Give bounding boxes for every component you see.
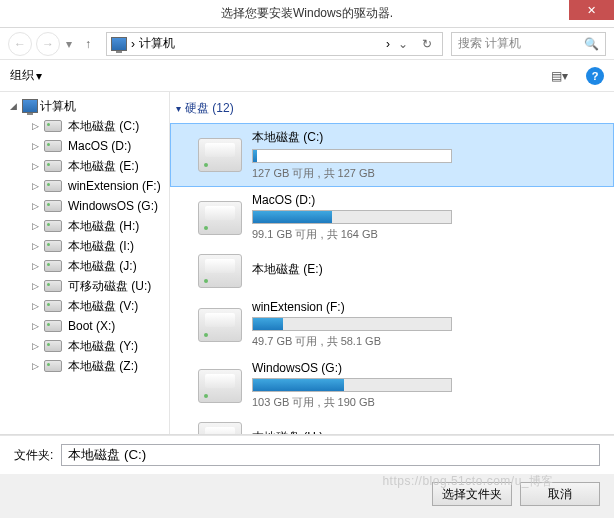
- drive-icon: [198, 369, 242, 403]
- window-title: 选择您要安装Windows的驱动器.: [221, 5, 393, 22]
- expand-icon[interactable]: ▷: [32, 141, 42, 151]
- drive-detail: 49.7 GB 可用 , 共 58.1 GB: [252, 334, 606, 349]
- search-placeholder: 搜索 计算机: [458, 35, 521, 52]
- address-dropdown-icon[interactable]: ⌄: [394, 37, 412, 51]
- expand-icon[interactable]: ▷: [32, 361, 42, 371]
- title-bar: 选择您要安装Windows的驱动器. ✕: [0, 0, 614, 28]
- expand-icon[interactable]: ▷: [32, 241, 42, 251]
- drive-name: winExtension (F:): [252, 300, 606, 314]
- content-pane: ▾ 硬盘 (12) 本地磁盘 (C:)127 GB 可用 , 共 127 GBM…: [170, 92, 614, 460]
- drive-icon: [198, 254, 242, 288]
- capacity-bar: [252, 317, 452, 331]
- drive-name: MacOS (D:): [252, 193, 606, 207]
- drive-icon: [44, 140, 62, 152]
- tree-root-computer[interactable]: ◢ 计算机: [0, 96, 169, 116]
- drive-name: WindowsOS (G:): [252, 361, 606, 375]
- drive-row[interactable]: WindowsOS (G:)103 GB 可用 , 共 190 GB: [170, 355, 614, 416]
- drive-icon: [44, 160, 62, 172]
- tree-item[interactable]: ▷本地磁盘 (Z:): [0, 356, 169, 376]
- expand-icon[interactable]: ▷: [32, 341, 42, 351]
- expand-icon[interactable]: ▷: [32, 181, 42, 191]
- drive-icon: [198, 308, 242, 342]
- help-button[interactable]: ?: [586, 67, 604, 85]
- search-input[interactable]: 搜索 计算机 🔍: [451, 32, 606, 56]
- section-title: 硬盘 (12): [185, 100, 234, 117]
- view-button[interactable]: ▤▾: [544, 65, 574, 87]
- drive-icon: [44, 320, 62, 332]
- search-icon: 🔍: [584, 37, 599, 51]
- address-bar[interactable]: › 计算机 › ⌄ ↻: [106, 32, 443, 56]
- select-folder-button[interactable]: 选择文件夹: [432, 482, 512, 506]
- address-text: 计算机: [139, 35, 382, 52]
- collapse-icon[interactable]: ▾: [176, 103, 181, 114]
- tree-label: 本地磁盘 (I:): [68, 238, 134, 255]
- capacity-bar: [252, 149, 452, 163]
- drive-icon: [44, 180, 62, 192]
- toolbar: 组织 ▾ ▤▾ ?: [0, 60, 614, 92]
- up-button[interactable]: ↑: [78, 34, 98, 54]
- drive-detail: 103 GB 可用 , 共 190 GB: [252, 395, 606, 410]
- tree-item[interactable]: ▷本地磁盘 (C:): [0, 116, 169, 136]
- tree-label: 本地磁盘 (V:): [68, 298, 138, 315]
- close-button[interactable]: ✕: [569, 0, 614, 20]
- drive-icon: [44, 120, 62, 132]
- folder-label: 文件夹:: [14, 447, 53, 464]
- tree-label: 本地磁盘 (J:): [68, 258, 137, 275]
- tree-item[interactable]: ▷WindowsOS (G:): [0, 196, 169, 216]
- drive-row[interactable]: 本地磁盘 (C:)127 GB 可用 , 共 127 GB: [170, 123, 614, 187]
- back-button[interactable]: ←: [8, 32, 32, 56]
- drive-icon: [44, 220, 62, 232]
- drive-icon: [44, 360, 62, 372]
- tree-item[interactable]: ▷本地磁盘 (I:): [0, 236, 169, 256]
- tree-item[interactable]: ▷winExtension (F:): [0, 176, 169, 196]
- cancel-button[interactable]: 取消: [520, 482, 600, 506]
- organize-button[interactable]: 组织 ▾: [10, 67, 42, 84]
- tree-label: WindowsOS (G:): [68, 199, 158, 213]
- tree-label: Boot (X:): [68, 319, 115, 333]
- drive-detail: 99.1 GB 可用 , 共 164 GB: [252, 227, 606, 242]
- drive-detail: 127 GB 可用 , 共 127 GB: [252, 166, 606, 181]
- tree-item[interactable]: ▷本地磁盘 (V:): [0, 296, 169, 316]
- forward-button[interactable]: →: [36, 32, 60, 56]
- drive-row[interactable]: MacOS (D:)99.1 GB 可用 , 共 164 GB: [170, 187, 614, 248]
- drive-icon: [44, 280, 62, 292]
- expand-icon[interactable]: ▷: [32, 281, 42, 291]
- tree-item[interactable]: ▷本地磁盘 (J:): [0, 256, 169, 276]
- expand-icon[interactable]: ▷: [32, 121, 42, 131]
- tree-item[interactable]: ▷本地磁盘 (Y:): [0, 336, 169, 356]
- caret-down-icon: ▾: [36, 69, 42, 83]
- tree-label: 本地磁盘 (Z:): [68, 358, 138, 375]
- folder-input[interactable]: [61, 444, 600, 466]
- tree-item[interactable]: ▷MacOS (D:): [0, 136, 169, 156]
- expand-icon[interactable]: ▷: [32, 301, 42, 311]
- refresh-button[interactable]: ↻: [416, 37, 438, 51]
- history-dropdown[interactable]: ▾: [64, 37, 74, 51]
- capacity-bar: [252, 378, 452, 392]
- expand-icon[interactable]: ▷: [32, 321, 42, 331]
- drive-row[interactable]: winExtension (F:)49.7 GB 可用 , 共 58.1 GB: [170, 294, 614, 355]
- expand-icon[interactable]: ▷: [32, 161, 42, 171]
- drive-icon: [44, 260, 62, 272]
- drive-row[interactable]: 本地磁盘 (E:): [170, 248, 614, 294]
- tree-label: MacOS (D:): [68, 139, 131, 153]
- section-header[interactable]: ▾ 硬盘 (12): [170, 92, 614, 123]
- expand-icon[interactable]: ▷: [32, 261, 42, 271]
- drive-icon: [44, 240, 62, 252]
- tree-item[interactable]: ▷可移动磁盘 (U:): [0, 276, 169, 296]
- computer-icon: [111, 37, 127, 51]
- drive-icon: [44, 340, 62, 352]
- address-sep2: ›: [386, 37, 390, 51]
- footer: 文件夹: 选择文件夹 取消 https://blog.51cto.com/u_博…: [0, 434, 614, 518]
- expand-icon[interactable]: ▷: [32, 221, 42, 231]
- drive-icon: [44, 200, 62, 212]
- tree-label: 本地磁盘 (Y:): [68, 338, 138, 355]
- drive-icon: [44, 300, 62, 312]
- tree-item[interactable]: ▷本地磁盘 (E:): [0, 156, 169, 176]
- expand-icon[interactable]: ▷: [32, 201, 42, 211]
- tree-item[interactable]: ▷Boot (X:): [0, 316, 169, 336]
- tree-label: 本地磁盘 (E:): [68, 158, 139, 175]
- drive-icon: [198, 138, 242, 172]
- collapse-icon[interactable]: ◢: [10, 101, 20, 111]
- address-sep: ›: [131, 37, 135, 51]
- tree-item[interactable]: ▷本地磁盘 (H:): [0, 216, 169, 236]
